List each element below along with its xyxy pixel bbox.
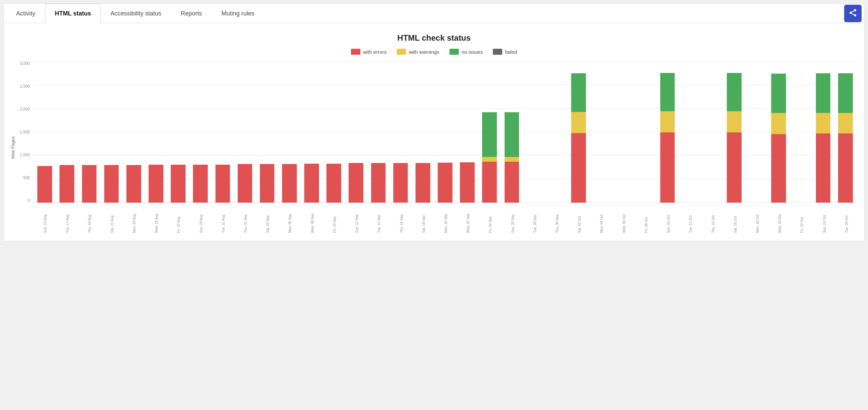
bar-group[interactable] [301,62,322,203]
share-button[interactable] [844,5,862,22]
y-axis-label: Web Pages [10,62,16,234]
x-label: Mon, 20 Sep [435,204,457,234]
y-label: 2,000 [18,107,30,111]
bar-segment-warnings [816,113,831,134]
legend-failed: failed [493,49,517,55]
x-label: Wed, 20 Oct [769,204,791,234]
bar-group[interactable] [835,62,856,203]
bar-group[interactable] [568,62,589,203]
bar-group[interactable] [279,62,300,203]
x-label: Sat, 04 Sep [256,204,279,234]
bar-segment-errors [371,163,386,203]
tab-activity[interactable]: Activity [6,4,45,23]
tab-reports[interactable]: Reports [171,4,212,23]
bar-group[interactable] [634,62,656,203]
x-label: Mon, 06 Sep [279,204,301,234]
x-label: Tue, 31 Aug [212,204,234,234]
x-label: Fri, 08 Oct [635,204,657,234]
bar-group[interactable] [212,62,233,203]
bar-segment-errors [727,132,742,203]
bar-stack [60,165,74,203]
bar-group[interactable] [412,62,434,203]
bar-group[interactable] [723,62,745,203]
bar-group[interactable] [234,62,255,203]
bar-segment-errors [104,165,119,203]
bar-segment-no-issues [838,73,853,113]
bar-stack [82,165,97,203]
bar-segment-errors [393,163,408,203]
bar-segment-errors [482,162,497,203]
y-label: 0 [18,199,30,203]
tab-muting-rules[interactable]: Muting rules [212,4,264,23]
bar-segment-warnings [771,113,786,134]
bar-group[interactable] [167,62,189,203]
bar-stack [505,112,519,203]
bar-stack [260,164,275,203]
bar-group[interactable] [457,62,478,203]
bar-group[interactable] [701,62,723,203]
x-label: Mon, 04 Oct [590,204,613,234]
x-label: Sat, 16 Oct [724,204,746,234]
chart-title: HTML check status [10,33,858,43]
bar-stack [149,165,163,203]
bar-segment-no-issues [816,73,831,113]
bar-stack [460,162,475,203]
bar-group[interactable] [812,62,834,203]
bar-segment-warnings [505,157,519,162]
bar-group[interactable] [479,62,500,203]
bar-segment-warnings [571,112,586,133]
bar-group[interactable] [323,62,345,203]
bar-stack [727,73,742,203]
tab-html-status[interactable]: HTML status [45,4,101,23]
bar-group[interactable] [656,62,678,203]
bar-group[interactable] [679,62,701,203]
bar-segment-errors [349,163,363,203]
bar-stack [571,73,586,203]
legend-swatch-warnings [397,49,406,55]
bar-segment-warnings [727,111,742,132]
bar-stack [104,165,119,203]
x-label: Tue, 14 Sep [368,204,390,234]
bar-group[interactable] [746,62,767,203]
chart-area: Web Pages 05001,0001,5002,0002,5003,000 … [10,62,858,234]
x-label: Thu, 19 Aug [78,204,100,234]
bars-row [33,62,858,203]
bar-group[interactable] [768,62,789,203]
x-label: Sun, 24 Oct [813,204,835,234]
bar-group[interactable] [546,62,567,203]
x-label: Sat, 21 Aug [101,204,123,234]
bar-group[interactable] [590,62,612,203]
x-label: Sun, 29 Aug [190,204,212,234]
bar-group[interactable] [501,62,522,203]
bar-group[interactable] [367,62,389,203]
x-label: Tue, 12 Oct [679,204,702,234]
bar-group[interactable] [434,62,456,203]
bar-group[interactable] [56,62,78,203]
bar-group[interactable] [523,62,545,203]
bar-group[interactable] [256,62,278,203]
svg-point-1 [849,12,852,14]
bar-group[interactable] [123,62,145,203]
bar-group[interactable] [34,62,56,203]
bar-group[interactable] [100,62,122,203]
svg-point-2 [854,14,856,17]
bar-segment-errors [460,162,475,203]
bar-segment-errors [149,165,163,203]
main-container: Activity HTML status Accessibility statu… [3,3,865,241]
bar-group[interactable] [190,62,211,203]
legend-swatch-errors [351,49,361,55]
bar-segment-no-issues [727,73,742,112]
bar-group[interactable] [78,62,100,203]
x-label: Tue, 17 Aug [56,204,78,234]
bar-group[interactable] [390,62,411,203]
bar-stack [238,164,252,203]
bar-segment-errors [838,133,853,203]
y-label: 1,000 [18,153,30,157]
bar-group[interactable] [790,62,811,203]
bar-segment-errors [327,164,341,203]
bar-group[interactable] [345,62,367,203]
bar-group[interactable] [612,62,634,203]
bar-segment-warnings [838,113,853,134]
bar-group[interactable] [145,62,167,203]
tab-accessibility-status[interactable]: Accessibility status [101,4,171,23]
